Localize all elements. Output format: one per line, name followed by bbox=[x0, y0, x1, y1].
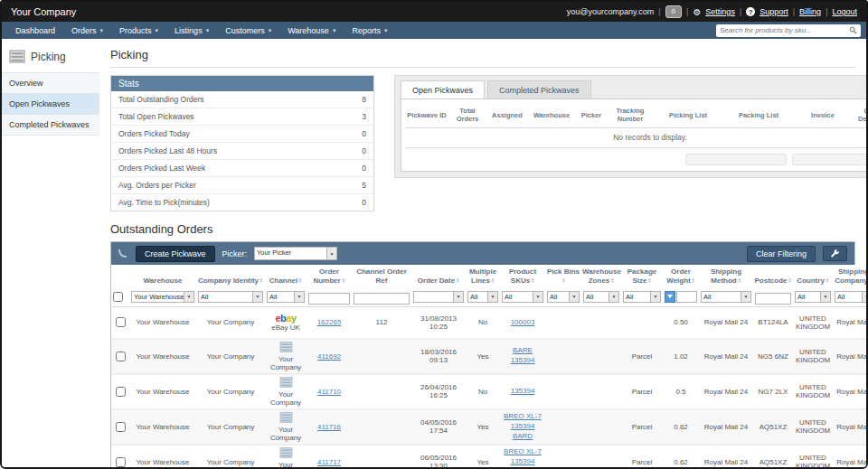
col-shipping-method[interactable]: Shipping Method▲▼ bbox=[699, 265, 753, 286]
sku-link[interactable]: BREO XL-7 bbox=[502, 447, 543, 457]
nav-dashboard[interactable]: Dashboard bbox=[7, 22, 63, 39]
orders-header-row: Warehouse Company Identity▲▼ Channel▲▼ O… bbox=[111, 265, 866, 286]
col-multiple-lines[interactable]: Multiple Lines▲▼ bbox=[466, 265, 500, 286]
row-checkbox[interactable] bbox=[116, 317, 126, 327]
order-number-link[interactable]: 411692 bbox=[317, 352, 341, 361]
sku-link[interactable]: 135394 bbox=[502, 422, 543, 432]
sku-link[interactable]: BREO XL-7 bbox=[502, 412, 543, 422]
picker-select[interactable]: Your Picker ▼ bbox=[254, 247, 337, 260]
company-identity-filter-select[interactable]: All▼ bbox=[198, 291, 263, 303]
col-warehouse[interactable]: Warehouse bbox=[129, 265, 196, 286]
settings-link[interactable]: Settings bbox=[705, 7, 735, 16]
sort-icon[interactable]: ▲▼ bbox=[259, 277, 263, 283]
sidebar-item-overview[interactable]: Overview bbox=[2, 72, 99, 93]
order-number-link[interactable]: 162265 bbox=[317, 318, 342, 326]
package-size-filter-select[interactable]: All▼ bbox=[623, 291, 661, 303]
sort-icon[interactable]: ▲▼ bbox=[788, 277, 792, 283]
nav-reports[interactable]: Reports▾ bbox=[344, 22, 395, 39]
nav-listings[interactable]: Listings▾ bbox=[166, 22, 217, 39]
country-filter-select[interactable]: All▼ bbox=[795, 291, 831, 303]
billing-link[interactable]: Billing bbox=[799, 7, 821, 16]
sku-link[interactable]: 100003 bbox=[502, 318, 543, 328]
create-pickwave-button[interactable]: Create Pickwave bbox=[136, 246, 215, 262]
sku-link[interactable]: 135394 bbox=[502, 457, 543, 467]
col-country[interactable]: Country▲▼ bbox=[793, 265, 833, 286]
filter-value: All bbox=[584, 292, 609, 302]
sort-icon[interactable]: ▲▼ bbox=[342, 277, 345, 283]
cell-order-number: 411692 bbox=[307, 339, 352, 374]
sort-icon[interactable]: ▲▼ bbox=[456, 277, 459, 283]
col-pick-bins[interactable]: Pick Bins▲▼ bbox=[545, 265, 581, 286]
tab-open-pickwaves[interactable]: Open Pickwaves bbox=[401, 80, 485, 98]
col-order-weight[interactable]: Order Weight▲▼ bbox=[663, 265, 699, 286]
search-icon[interactable] bbox=[849, 26, 857, 34]
col-postcode[interactable]: Postcode▲▼ bbox=[753, 265, 793, 286]
sku-link[interactable]: BARE bbox=[502, 346, 543, 356]
row-checkbox[interactable] bbox=[116, 422, 126, 432]
multiple-lines-filter-select[interactable]: All▼ bbox=[467, 291, 498, 303]
order-weight-filter-input[interactable] bbox=[676, 291, 697, 303]
nav-customers[interactable]: Customers▾ bbox=[217, 22, 279, 39]
support-link[interactable]: Support bbox=[760, 7, 788, 16]
sidebar-item-completed-pickwaves[interactable]: Completed Pickwaves bbox=[2, 114, 99, 136]
disabled-action-button-2[interactable] bbox=[792, 154, 866, 165]
nav-warehouse[interactable]: Warehouse▾ bbox=[279, 22, 344, 39]
sort-icon[interactable]: ▲▼ bbox=[491, 277, 495, 283]
channel-filter-select[interactable]: All▼ bbox=[267, 291, 305, 303]
collapse-grid-icon[interactable] bbox=[118, 249, 127, 258]
sidebar-item-open-pickwaves[interactable]: Open Pickwaves bbox=[2, 93, 99, 114]
col-company-identity[interactable]: Company Identity▲▼ bbox=[196, 265, 265, 286]
pw-col-header: Total Orders bbox=[448, 103, 486, 127]
nav-products[interactable]: Products▾ bbox=[111, 22, 166, 39]
order-number-link[interactable]: 411716 bbox=[317, 423, 341, 431]
pick-bins-filter-select[interactable]: All▼ bbox=[547, 291, 580, 303]
col-shipping-company[interactable]: Shipping Company▲▼ bbox=[833, 265, 866, 286]
postcode-filter-input[interactable] bbox=[755, 293, 791, 305]
row-checkbox[interactable] bbox=[116, 457, 126, 467]
search-input[interactable] bbox=[720, 26, 849, 34]
shipping-method-filter-select[interactable]: All▼ bbox=[701, 291, 751, 303]
order-row: Your Warehouse Your Company Your Company… bbox=[111, 409, 866, 445]
select-all-checkbox[interactable] bbox=[113, 292, 123, 302]
row-checkbox[interactable] bbox=[116, 352, 126, 361]
tab-completed-pickwaves[interactable]: Completed Pickwaves bbox=[487, 80, 591, 98]
sort-icon[interactable]: ▲▼ bbox=[298, 277, 302, 283]
sort-icon[interactable]: ▲▼ bbox=[738, 277, 741, 283]
warehouse-zones-filter-select[interactable]: All▼ bbox=[583, 291, 619, 303]
sort-icon[interactable]: ▲▼ bbox=[562, 277, 566, 283]
clear-filtering-button[interactable]: Clear Filtering bbox=[747, 246, 816, 262]
logout-link[interactable]: Logout bbox=[832, 7, 857, 16]
col-package-size[interactable]: Package Size▲▼ bbox=[621, 265, 663, 286]
col-product-skus[interactable]: Product SKUs▲▼ bbox=[500, 265, 545, 286]
col-channel[interactable]: Channel▲▼ bbox=[265, 265, 307, 286]
sku-link[interactable]: 135394 bbox=[502, 387, 543, 397]
order-number-filter-input[interactable] bbox=[308, 293, 350, 305]
channel-order-ref-filter-input[interactable] bbox=[354, 293, 410, 305]
row-checkbox[interactable] bbox=[116, 387, 126, 397]
cell-shipping-company: Royal Mail bbox=[833, 409, 866, 445]
col-order-number[interactable]: Order Number▲▼ bbox=[307, 265, 352, 286]
sort-icon[interactable]: ▲▼ bbox=[610, 277, 614, 283]
weight-filter-button[interactable] bbox=[665, 291, 675, 303]
order-number-link[interactable]: 411710 bbox=[317, 388, 341, 396]
sort-icon[interactable]: ▲▼ bbox=[531, 277, 534, 283]
order-date-filter-select[interactable]: ▼ bbox=[413, 291, 464, 303]
nav-orders[interactable]: Orders▾ bbox=[63, 22, 111, 39]
grid-settings-button[interactable] bbox=[823, 246, 847, 261]
company-channel-icon bbox=[279, 342, 293, 352]
col-channel-order-ref[interactable]: Channel Order Ref bbox=[352, 265, 411, 286]
sku-link[interactable]: 135394 bbox=[502, 356, 543, 366]
disabled-action-button-1[interactable] bbox=[685, 154, 787, 165]
product-skus-filter-select[interactable]: All▼ bbox=[502, 291, 543, 303]
notification-badge[interactable]: 0 bbox=[665, 5, 682, 18]
col-order-date[interactable]: Order Date▲▼ bbox=[411, 265, 466, 286]
shipping-company-filter-select[interactable]: All▼ bbox=[835, 291, 866, 303]
sort-icon[interactable]: ▲▼ bbox=[826, 277, 829, 283]
sort-icon[interactable]: ▲▼ bbox=[648, 277, 652, 283]
sort-icon[interactable]: ▲▼ bbox=[692, 277, 695, 283]
warehouse-filter-select[interactable]: Your Warehouse▼ bbox=[131, 291, 194, 303]
chevron-down-icon: ▾ bbox=[100, 27, 104, 34]
order-number-link[interactable]: 411717 bbox=[317, 458, 341, 466]
col-warehouse-zones[interactable]: Warehouse Zones▲▼ bbox=[581, 265, 621, 286]
sku-link[interactable]: BARD bbox=[502, 432, 543, 442]
